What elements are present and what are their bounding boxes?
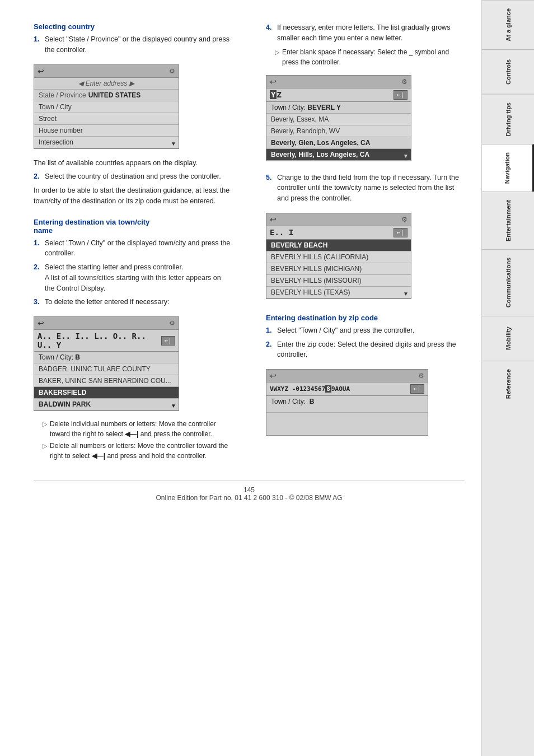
ui-header-1: ↩ ⚙ bbox=[34, 65, 179, 78]
step-4: 4. If necessary, enter more letters. The… bbox=[266, 22, 465, 44]
back-icon-2: ↩ bbox=[38, 319, 44, 328]
ui-house-number-row: House number bbox=[34, 125, 179, 137]
ui-box-wrapper-4: ↩ ⚙ E.. I ←| BEVERLY BEACH BEVERLY HILLS… bbox=[266, 207, 411, 305]
delete-instructions: ▷ Delete individual numbers or letters: … bbox=[43, 419, 232, 461]
settings-icon-3: ⚙ bbox=[401, 78, 407, 86]
ui-list-beverly-essex: Beverly, Essex, MA bbox=[266, 114, 411, 125]
page-footer: 145 Online Edition for Part no. 01 41 2 … bbox=[34, 480, 465, 502]
step-4-num: 4. bbox=[266, 22, 274, 44]
tc-step-2: 2. Select the starting letter and press … bbox=[34, 262, 232, 293]
step-5-list: 5. Change to the third field from the to… bbox=[266, 172, 465, 204]
state-province-label: State / Province bbox=[39, 91, 86, 99]
sidebar-tab-driving-tips[interactable]: Driving tips bbox=[482, 94, 534, 144]
ui-list-beverly-hills-ca: BEVERLY HILLS (CALIFORNIA) bbox=[266, 251, 411, 263]
sidebar-tab-reference[interactable]: Reference bbox=[482, 361, 534, 407]
settings-icon-4: ⚙ bbox=[401, 216, 407, 223]
step-4-text: If necessary, enter more letters. The li… bbox=[277, 22, 465, 44]
sidebar-tab-communications[interactable]: Communications bbox=[482, 249, 534, 315]
town-city-steps: 1. Select "Town / City" or the displayed… bbox=[34, 238, 232, 308]
selecting-country-step2-list: 2. Select the country of destination and… bbox=[34, 171, 232, 182]
step-4-list: 4. If necessary, enter more letters. The… bbox=[266, 22, 465, 44]
sidebar-tab-navigation[interactable]: Navigation bbox=[482, 144, 534, 192]
blank-space-sub: ▷ Enter blank space if necessary: Select… bbox=[275, 47, 465, 67]
para-guidance: In order to be able to start the destina… bbox=[34, 185, 232, 207]
tc-step-2-sub: A list of all towns/cities starting with… bbox=[45, 274, 221, 292]
tc-step-1-num: 1. bbox=[34, 238, 41, 259]
back-icon-5: ↩ bbox=[270, 371, 277, 380]
ui-list-beverly-glen: Beverly, Glen, Los Angeles, CA bbox=[266, 137, 411, 149]
ui-list-beverly-hills-la: Beverly, Hills, Los Angeles, CA ▼ bbox=[266, 149, 411, 161]
ui-town-city-row: Town / City bbox=[34, 101, 179, 113]
arrow-delete-2: ▷ bbox=[43, 441, 47, 461]
ui-screen-2: ↩ ⚙ A.. E.. I.. L.. O.. R.. U.. Y ←| Tow… bbox=[34, 316, 179, 411]
sidebar-tab-mobility[interactable]: Mobility bbox=[482, 316, 534, 361]
ui-town-city-input-3: Town / City: BEVERL Y bbox=[266, 102, 411, 114]
arrow-blank-space: ▷ bbox=[275, 48, 279, 67]
tc-step-3: 3. To delete the letter entered if neces… bbox=[34, 297, 232, 307]
ui-screen-5: ↩ ⚙ VWXYZ -0123456789AOUA ←| Town / City… bbox=[266, 369, 428, 436]
tc-step-1: 1. Select "Town / City" or the displayed… bbox=[34, 238, 232, 259]
zip-code-steps: 1. Select "Town / City" and press the co… bbox=[266, 325, 465, 360]
ui-intersection-row: Intersection ▼ bbox=[34, 137, 179, 148]
ui-input-bar-4: E.. I ←| bbox=[266, 226, 411, 240]
input-chars-5: VWXYZ -0123456789AOUA bbox=[270, 385, 350, 393]
tc-step-1-text: Select "Town / City" or the displayed to… bbox=[45, 238, 232, 259]
step-5-num: 5. bbox=[266, 172, 274, 204]
ui-town-city-input-5: Town / City: B bbox=[266, 396, 428, 413]
step-5-text: Change to the third field from the top i… bbox=[277, 172, 465, 204]
ui-box-wrapper-2: ↩ ⚙ A.. E.. I.. L.. O.. R.. U.. Y ←| Tow… bbox=[34, 311, 179, 417]
enter-btn-4: ←| bbox=[394, 228, 407, 237]
enter-btn-3: ←| bbox=[394, 90, 407, 100]
back-icon-3: ↩ bbox=[270, 77, 277, 86]
ui-list-badger: BADGER, UNINC TULARE COUNTY bbox=[34, 363, 179, 375]
enter-btn-5: ←| bbox=[410, 384, 424, 394]
zip-step-2-num: 2. bbox=[266, 339, 274, 361]
ui-input-bar-5: VWXYZ -0123456789AOUA ←| bbox=[266, 382, 428, 396]
zip-code-section-title: Entering destination by zip code bbox=[266, 314, 465, 322]
step-2: 2. Select the country of destination and… bbox=[34, 171, 232, 182]
delete-individual-text: Delete individual numbers or letters: Mo… bbox=[50, 419, 232, 439]
ui-header-3: ↩ ⚙ bbox=[266, 76, 411, 88]
delete-individual: ▷ Delete individual numbers or letters: … bbox=[43, 419, 232, 439]
tc-step-3-text: To delete the letter entered if necessar… bbox=[45, 297, 169, 307]
sidebar-tab-controls[interactable]: Controls bbox=[482, 49, 534, 94]
ui-screen-1: ↩ ⚙ ◀ Enter address ▶ State / Province U… bbox=[34, 64, 179, 149]
main-content: Selecting country 1. Select "State / Pro… bbox=[0, 0, 481, 756]
input-chars-3: YZ bbox=[270, 90, 282, 99]
footer-text: Online Edition for Part no. 01 41 2 600 … bbox=[156, 494, 342, 502]
ui-list-beverly-hills-tx: BEVERLY HILLS (TEXAS) ▼ bbox=[266, 287, 411, 298]
settings-icon-1: ⚙ bbox=[169, 67, 175, 75]
state-province-value: UNITED STATES bbox=[88, 91, 141, 99]
settings-icon-5: ⚙ bbox=[418, 372, 424, 380]
blank-space-text: Enter blank space if necessary: Select t… bbox=[282, 47, 465, 67]
sidebar-tab-at-a-glance[interactable]: At a glance bbox=[482, 0, 534, 49]
arrow-delete-1: ▷ bbox=[43, 419, 47, 439]
sidebar-tab-entertainment[interactable]: Entertainment bbox=[482, 192, 534, 249]
step-1-num: 1. bbox=[34, 34, 41, 55]
ui-header-2: ↩ ⚙ bbox=[34, 317, 179, 330]
page-number: 145 bbox=[243, 486, 255, 494]
para-list-countries: The list of available countries appears … bbox=[34, 158, 232, 169]
ui-list-beverly-beach: BEVERLY BEACH bbox=[266, 240, 411, 251]
ui-list-bakersfield: BAKERSFIELD bbox=[34, 387, 179, 399]
ui-street-row: Street bbox=[34, 113, 179, 125]
delete-all: ▷ Delete all numbers or letters: Move th… bbox=[43, 441, 232, 461]
right-column: 4. If necessary, enter more letters. The… bbox=[260, 22, 465, 463]
ui-list-beverly-hills-mi: BEVERLY HILLS (MICHIGAN) bbox=[266, 263, 411, 275]
back-icon-4: ↩ bbox=[270, 215, 277, 224]
input-chars-4: E.. I bbox=[270, 228, 293, 237]
ui-header-5: ↩ ⚙ bbox=[266, 370, 428, 382]
ui-state-province-row: State / Province UNITED STATES bbox=[34, 90, 179, 101]
settings-icon-2: ⚙ bbox=[169, 319, 175, 327]
zip-step-1-num: 1. bbox=[266, 325, 274, 336]
step-5: 5. Change to the third field from the to… bbox=[266, 172, 465, 204]
zip-step-2-text: Enter the zip code: Select the desired d… bbox=[277, 339, 465, 361]
blank-space-item: ▷ Enter blank space if necessary: Select… bbox=[275, 47, 465, 67]
tc-step-3-num: 3. bbox=[34, 297, 41, 307]
ui-input-bar-3: YZ ←| bbox=[266, 88, 411, 102]
step-2-text: Select the country of destination and pr… bbox=[45, 171, 221, 182]
ui-input-bar-2: A.. E.. I.. L.. O.. R.. U.. Y ←| bbox=[34, 330, 179, 352]
input-chars-2: A.. E.. I.. L.. O.. R.. U.. Y bbox=[38, 332, 161, 349]
ui-box-wrapper-1: ↩ ⚙ ◀ Enter address ▶ State / Province U… bbox=[34, 59, 179, 155]
delete-all-text: Delete all numbers or letters: Move the … bbox=[50, 441, 232, 461]
